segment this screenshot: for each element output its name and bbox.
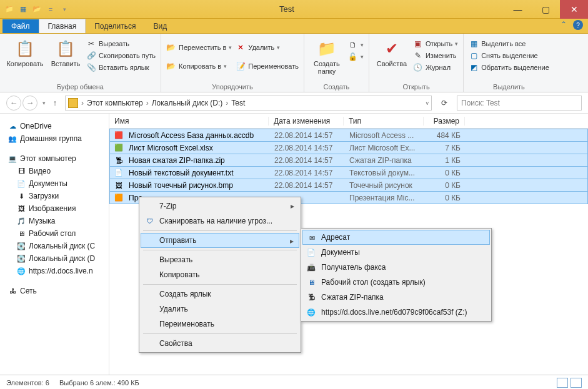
mail-icon: ✉ [307, 233, 317, 243]
col-type[interactable]: Тип [344, 117, 424, 126]
sendto-fax[interactable]: 📠Получатель факса [302, 260, 490, 275]
qat-dropdown-icon[interactable]: ▾ [59, 4, 70, 15]
col-size[interactable]: Размер [424, 117, 465, 126]
easy-access-button[interactable]: 🔓▾ [348, 52, 364, 62]
copy-path-button[interactable]: 🔗Скопировать путь [86, 51, 156, 61]
breadcrumb-drive[interactable]: Локальный диск (D:) [152, 99, 223, 107]
table-row[interactable]: 🗜 Новая сжатая ZIP-папка.zip 22.08.2014 … [109, 154, 588, 167]
copy-to-button[interactable]: 📂Копировать в ▾ [166, 61, 232, 71]
rename-button[interactable]: 📝Переименовать [236, 61, 299, 71]
up-button[interactable]: ↑ [50, 96, 60, 111]
nav-thispc[interactable]: 💻Этот компьютер [2, 152, 106, 165]
nav-downloads[interactable]: ⬇Загрузки [2, 190, 106, 202]
nav-drive-d[interactable]: 💽Локальный диск (D [2, 252, 106, 265]
maximize-button[interactable]: ▢ [532, 0, 560, 19]
selectnone-icon: ▢ [469, 51, 479, 61]
ribbon-collapse-icon[interactable]: ⌃ [561, 20, 567, 30]
menu-properties[interactable]: Свойства [141, 336, 299, 351]
nav-drive-c[interactable]: 💽Локальный диск (C [2, 240, 106, 252]
delete-button[interactable]: ✕Удалить ▾ [236, 42, 299, 52]
nav-music[interactable]: 🎵Музыка [2, 215, 106, 227]
open-button[interactable]: ▣Открыть ▾ [413, 39, 458, 49]
status-selected: Выбрано 6 элем.: 490 КБ [59, 379, 139, 387]
sendto-documents[interactable]: 📄Документы [302, 245, 490, 260]
menu-shortcut[interactable]: Создать ярлык [141, 287, 299, 302]
view-icons-button[interactable] [571, 378, 582, 388]
edit-icon: ✎ [413, 51, 423, 61]
recent-dropdown[interactable]: ▾ [39, 96, 49, 111]
tab-file[interactable]: Файл [2, 19, 39, 33]
copy-button[interactable]: 📋 Копировать [5, 36, 45, 67]
file-size: 484 КБ [424, 131, 466, 140]
forward-button[interactable]: → [22, 96, 37, 111]
qat-icon[interactable]: 📁 [4, 4, 15, 15]
search-input[interactable]: Поиск: Test [457, 96, 582, 111]
minimize-button[interactable]: — [504, 0, 532, 19]
paste-button[interactable]: 📋 Вставить [49, 36, 82, 67]
video-icon: 🎞 [16, 166, 26, 176]
nav-homegroup[interactable]: 👥Домашняя группа [2, 132, 106, 145]
sendto-zip[interactable]: 🗜Сжатая ZIP-папка [302, 290, 490, 305]
col-name[interactable]: Имя [109, 117, 269, 126]
refresh-button[interactable]: ⟳ [437, 99, 452, 107]
select-all-button[interactable]: ▦Выделить все [469, 39, 549, 49]
menu-7zip[interactable]: 7-Zip▸ [141, 199, 299, 214]
music-icon: 🎵 [16, 216, 26, 226]
menu-copy[interactable]: Копировать [141, 267, 299, 282]
select-none-button[interactable]: ▢Снять выделение [469, 51, 549, 61]
breadcrumb-pc[interactable]: Этот компьютер [87, 99, 143, 107]
table-row[interactable]: 🟩 Лист Microsoft Excel.xlsx 22.08.2014 1… [109, 141, 588, 154]
invert-selection-button[interactable]: ◩Обратить выделение [469, 62, 549, 72]
qat-newfolder-icon[interactable]: 📂 [31, 4, 42, 15]
open-group-label: Открыть [402, 83, 429, 91]
menu-delete[interactable]: Удалить [141, 302, 299, 317]
menu-cut[interactable]: Вырезать [141, 252, 299, 267]
sendto-desktop[interactable]: 🖥Рабочий стол (создать ярлык) [302, 275, 490, 290]
sendto-netpath[interactable]: 🌐https://d.docs.live.net/6d079c9f06caf53… [302, 305, 490, 320]
tab-home[interactable]: Главная [39, 19, 86, 33]
edit-button[interactable]: ✎Изменить [413, 51, 458, 61]
cut-button[interactable]: ✂Вырезать [86, 39, 156, 49]
tab-view[interactable]: Вид [144, 19, 176, 33]
new-folder-button[interactable]: 📁 Создать папку [309, 36, 344, 75]
col-date[interactable]: Дата изменения [269, 117, 344, 126]
breadcrumb[interactable]: › Этот компьютер › Локальный диск (D:) ›… [65, 96, 432, 111]
chevron-icon[interactable]: › [144, 99, 151, 107]
table-row[interactable]: 🟥 Microsoft Access База данных.accdb 22.… [109, 129, 588, 142]
chevron-icon[interactable]: › [79, 99, 86, 107]
new-item-button[interactable]: 🗋▾ [348, 40, 364, 50]
nav-onedrive[interactable]: ☁OneDrive [2, 120, 106, 132]
help-icon[interactable]: ? [573, 20, 583, 30]
nav-pictures[interactable]: 🖼Изображения [2, 202, 106, 215]
menu-rename[interactable]: Переименовать [141, 317, 299, 332]
sendto-recipient[interactable]: ✉Адресат [302, 230, 490, 245]
history-button[interactable]: 🕓Журнал [413, 62, 458, 72]
move-to-button[interactable]: 📂Переместить в ▾ [166, 42, 232, 52]
cloud-icon: ☁ [7, 121, 17, 131]
close-button[interactable]: ✕ [560, 0, 588, 19]
view-details-button[interactable] [557, 378, 568, 388]
breadcrumb-dropdown[interactable]: v [426, 100, 429, 106]
table-row[interactable]: 📄 Новый текстовый документ.txt 22.08.201… [109, 166, 588, 179]
breadcrumb-folder[interactable]: Test [231, 99, 245, 107]
navigation-pane: ☁OneDrive 👥Домашняя группа 💻Этот компьют… [0, 114, 109, 375]
qat-equals-icon[interactable]: = [45, 4, 56, 15]
back-button[interactable]: ← [6, 96, 21, 111]
paste-shortcut-button[interactable]: 📎Вставить ярлык [86, 62, 156, 72]
properties-button[interactable]: ✔ Свойства [374, 36, 409, 67]
file-icon: 🟧 [114, 193, 124, 203]
nav-netdrive[interactable]: 🌐https://d.docs.live.n [2, 265, 106, 277]
file-size: 0 КБ [424, 169, 466, 177]
menu-sendto[interactable]: Отправить▸ [141, 233, 299, 248]
nav-desktop[interactable]: 🖥Рабочий стол [2, 227, 106, 240]
tab-share[interactable]: Поделиться [86, 19, 144, 33]
nav-videos[interactable]: 🎞Видео [2, 165, 106, 177]
menu-scan[interactable]: 🛡Сканировать на наличие угроз... [141, 214, 299, 229]
qat-props-icon[interactable]: ▦ [17, 4, 29, 15]
file-name: Новый текстовый документ.txt [124, 169, 269, 177]
nav-network[interactable]: 🖧Сеть [2, 285, 106, 297]
table-row[interactable]: 🖼 Новый точечный рисунок.bmp 22.08.2014 … [109, 179, 588, 192]
file-icon: 🖼 [114, 180, 124, 190]
chevron-icon[interactable]: › [224, 99, 230, 107]
nav-documents[interactable]: 📄Документы [2, 177, 106, 190]
